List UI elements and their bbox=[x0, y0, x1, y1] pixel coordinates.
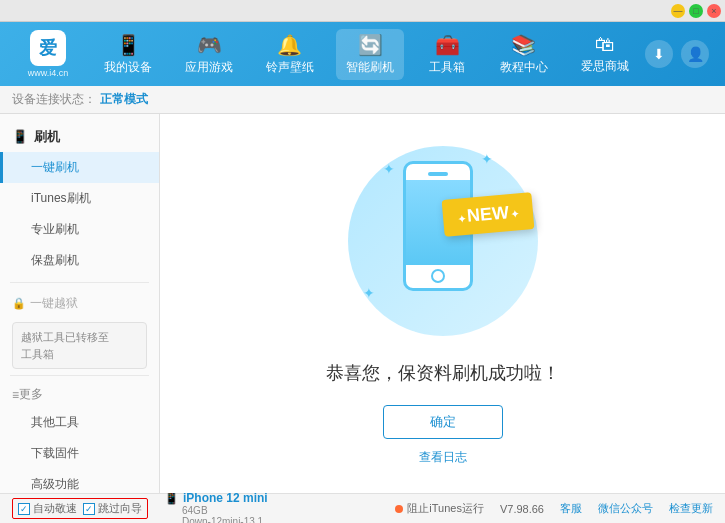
minimize-button[interactable]: — bbox=[671, 4, 685, 18]
checkbox-group: 自动敬速 跳过向导 bbox=[12, 498, 148, 519]
jailbreak-label: 一键越狱 bbox=[30, 295, 78, 312]
jailbreak-notice-text: 越狱工具已转移至工具箱 bbox=[21, 331, 109, 360]
phone-illustration: ✦ ✦ ✦ NEW bbox=[343, 141, 543, 341]
nav-apps-games-label: 应用游戏 bbox=[185, 59, 233, 76]
status-label: 设备连接状态： bbox=[12, 91, 96, 108]
sidebar-item-advanced[interactable]: 高级功能 bbox=[0, 469, 159, 493]
auto-connect-checkbox-item: 自动敬速 bbox=[18, 501, 77, 516]
sidebar-item-pro-flash[interactable]: 专业刷机 bbox=[0, 214, 159, 245]
support-link[interactable]: 客服 bbox=[560, 501, 582, 516]
sidebar-item-other-tools[interactable]: 其他工具 bbox=[0, 407, 159, 438]
sparkle-1: ✦ bbox=[383, 161, 395, 177]
nav-my-device-label: 我的设备 bbox=[104, 59, 152, 76]
sparkle-3: ✦ bbox=[363, 285, 375, 301]
flash-section-icon: 📱 bbox=[12, 129, 28, 145]
store-icon: 🛍 bbox=[595, 33, 615, 56]
bottom-left: 自动敬速 跳过向导 📱 iPhone 12 mini 64GB Down-12m… bbox=[12, 491, 395, 524]
my-device-icon: 📱 bbox=[116, 33, 141, 57]
content-area: ✦ ✦ ✦ NEW 恭喜您，保资料刷机成功啦！ 确定 查看日志 bbox=[160, 114, 725, 493]
device-section: 📱 iPhone 12 mini 64GB Down-12mini-13.1 bbox=[164, 491, 284, 524]
bottom-full: 自动敬速 跳过向导 📱 iPhone 12 mini 64GB Down-12m… bbox=[12, 494, 713, 523]
lock-icon: 🔒 bbox=[12, 297, 26, 310]
skip-wizard-label: 跳过向导 bbox=[98, 501, 142, 516]
ringtone-icon: 🔔 bbox=[277, 33, 302, 57]
apps-games-icon: 🎮 bbox=[197, 33, 222, 57]
download-button[interactable]: ⬇ bbox=[645, 40, 673, 68]
nav-toolbox[interactable]: 🧰 工具箱 bbox=[417, 29, 477, 80]
other-tools-label: 其他工具 bbox=[31, 415, 79, 429]
sidebar-item-itunes-flash[interactable]: iTunes刷机 bbox=[0, 183, 159, 214]
sidebar-flash-header: 📱 刷机 bbox=[0, 122, 159, 152]
maximize-button[interactable]: □ bbox=[689, 4, 703, 18]
nav-right-buttons: ⬇ 👤 bbox=[645, 40, 717, 68]
new-badge: NEW bbox=[441, 192, 534, 237]
toolbox-icon: 🧰 bbox=[435, 33, 460, 57]
close-button[interactable]: × bbox=[707, 4, 721, 18]
itunes-status-label: 阻止iTunes运行 bbox=[407, 501, 484, 516]
nav-ringtone-label: 铃声壁纸 bbox=[266, 59, 314, 76]
sidebar-jailbreak-header: 🔒 一键越狱 bbox=[0, 289, 159, 318]
sidebar-more-header: ≡ 更多 bbox=[0, 382, 159, 407]
sidebar-item-save-flash[interactable]: 保盘刷机 bbox=[0, 245, 159, 276]
main-area: 📱 刷机 一键刷机 iTunes刷机 专业刷机 保盘刷机 🔒 一键越狱 越狱工具… bbox=[0, 114, 725, 493]
nav-ringtone[interactable]: 🔔 铃声壁纸 bbox=[256, 29, 324, 80]
logo-icon: 爱 bbox=[30, 30, 66, 66]
itunes-status: 阻止iTunes运行 bbox=[395, 501, 484, 516]
header: 爱 www.i4.cn 📱 我的设备 🎮 应用游戏 🔔 铃声壁纸 🔄 智能刷机 … bbox=[0, 22, 725, 86]
sidebar-item-one-key-flash[interactable]: 一键刷机 bbox=[0, 152, 159, 183]
bottom-bar: 自动敬速 跳过向导 📱 iPhone 12 mini 64GB Down-12m… bbox=[0, 493, 725, 523]
nav-items: 📱 我的设备 🎮 应用游戏 🔔 铃声壁纸 🔄 智能刷机 🧰 工具箱 📚 教程中心… bbox=[88, 29, 645, 80]
auto-connect-checkbox[interactable] bbox=[18, 503, 30, 515]
nav-tutorial-label: 教程中心 bbox=[500, 59, 548, 76]
sparkle-2: ✦ bbox=[481, 151, 493, 167]
pro-flash-label: 专业刷机 bbox=[31, 222, 79, 236]
view-log-link[interactable]: 查看日志 bbox=[419, 449, 467, 466]
confirm-button[interactable]: 确定 bbox=[383, 405, 503, 439]
skip-wizard-checkbox-item: 跳过向导 bbox=[83, 501, 142, 516]
nav-smart-flash[interactable]: 🔄 智能刷机 bbox=[336, 29, 404, 80]
nav-store-label: 爱思商城 bbox=[581, 58, 629, 75]
nav-my-device[interactable]: 📱 我的设备 bbox=[94, 29, 162, 80]
nav-store[interactable]: 🛍 爱思商城 bbox=[571, 29, 639, 79]
smart-flash-icon: 🔄 bbox=[358, 33, 383, 57]
sidebar: 📱 刷机 一键刷机 iTunes刷机 专业刷机 保盘刷机 🔒 一键越狱 越狱工具… bbox=[0, 114, 160, 493]
advanced-label: 高级功能 bbox=[31, 477, 79, 491]
status-value: 正常模式 bbox=[100, 91, 148, 108]
check-update-link[interactable]: 检查更新 bbox=[669, 501, 713, 516]
more-label: 更多 bbox=[19, 386, 43, 403]
one-key-flash-label: 一键刷机 bbox=[31, 160, 79, 174]
itunes-flash-label: iTunes刷机 bbox=[31, 191, 91, 205]
user-button[interactable]: 👤 bbox=[681, 40, 709, 68]
nav-tutorial[interactable]: 📚 教程中心 bbox=[490, 29, 558, 80]
phone-speaker bbox=[428, 172, 448, 176]
wechat-link[interactable]: 微信公众号 bbox=[598, 501, 653, 516]
status-bar: 设备连接状态： 正常模式 bbox=[0, 86, 725, 114]
nav-apps-games[interactable]: 🎮 应用游戏 bbox=[175, 29, 243, 80]
sidebar-item-download-firmware[interactable]: 下载固件 bbox=[0, 438, 159, 469]
logo-url: www.i4.cn bbox=[28, 68, 69, 78]
device-firmware: Down-12mini-13.1 bbox=[182, 516, 284, 524]
title-bar: — □ × bbox=[0, 0, 725, 22]
success-message: 恭喜您，保资料刷机成功啦！ bbox=[326, 361, 560, 385]
sidebar-divider-2 bbox=[10, 375, 149, 376]
tutorial-icon: 📚 bbox=[511, 33, 536, 57]
itunes-dot bbox=[395, 505, 403, 513]
version-label: V7.98.66 bbox=[500, 503, 544, 515]
sidebar-divider-1 bbox=[10, 282, 149, 283]
nav-smart-flash-label: 智能刷机 bbox=[346, 59, 394, 76]
logo-area[interactable]: 爱 www.i4.cn bbox=[8, 30, 88, 78]
phone-home-btn bbox=[431, 269, 445, 283]
jailbreak-notice: 越狱工具已转移至工具箱 bbox=[12, 322, 147, 369]
flash-section-label: 刷机 bbox=[34, 128, 60, 146]
auto-connect-label: 自动敬速 bbox=[33, 501, 77, 516]
save-flash-label: 保盘刷机 bbox=[31, 253, 79, 267]
nav-toolbox-label: 工具箱 bbox=[429, 59, 465, 76]
more-section-label: ≡ bbox=[12, 388, 19, 402]
device-storage: 64GB bbox=[182, 505, 284, 516]
download-firmware-label: 下载固件 bbox=[31, 446, 79, 460]
bottom-right: 阻止iTunes运行 V7.98.66 客服 微信公众号 检查更新 bbox=[395, 501, 713, 516]
skip-wizard-checkbox[interactable] bbox=[83, 503, 95, 515]
